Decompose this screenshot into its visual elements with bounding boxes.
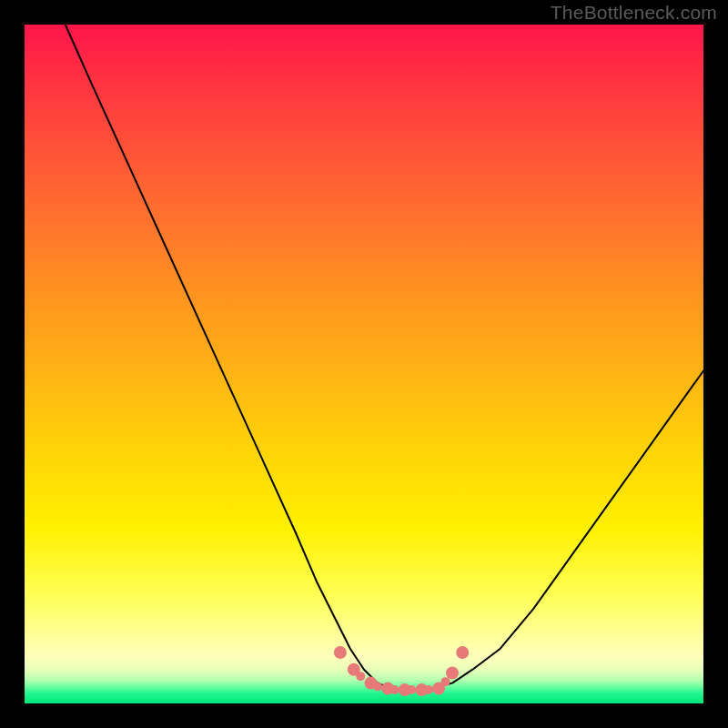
marker-trough-overlap-dots [390,685,399,694]
watermark-text: TheBottleneck.com [551,2,717,24]
marker-trough-overlap-dots [441,677,450,686]
marker-trough-dots [456,646,469,659]
marker-trough-overlap-dots [373,682,382,691]
marker-trough-overlap-dots [356,672,365,681]
chart-svg [25,25,703,703]
series-curve [66,25,703,690]
plot-area [25,25,703,703]
chart-frame: TheBottleneck.com [0,0,728,728]
marker-trough-overlap-dots [424,685,433,694]
marker-trough-overlap-dots [407,685,416,694]
marker-trough-dots [334,646,347,659]
marker-trough-dots [446,666,459,679]
